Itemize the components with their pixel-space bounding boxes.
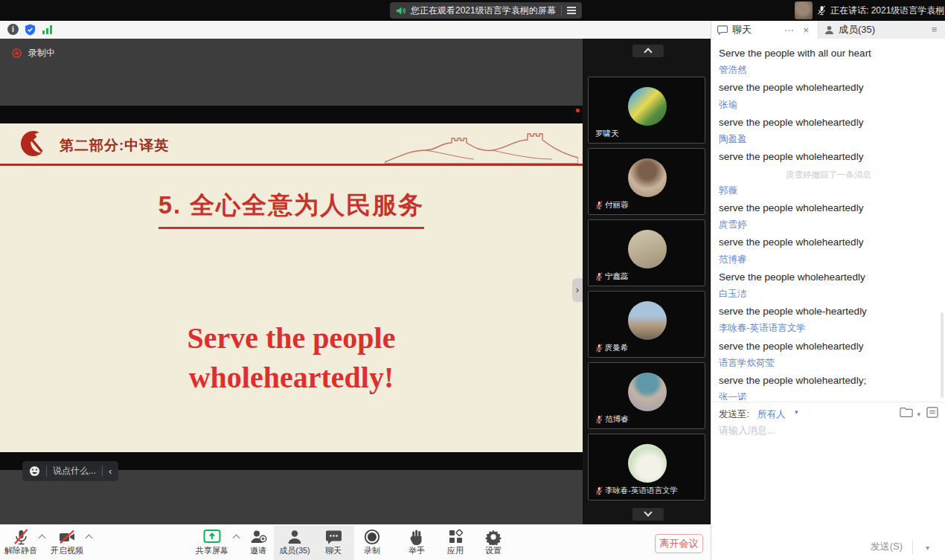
participant-tile[interactable]: 庹曼希 bbox=[588, 291, 705, 358]
close-icon[interactable]: × bbox=[803, 25, 809, 36]
file-transfer-icon[interactable] bbox=[900, 407, 913, 418]
record-button[interactable]: 录制 bbox=[351, 526, 393, 560]
chevron-up-icon bbox=[644, 48, 652, 56]
video-strip-collapse-handle[interactable]: › bbox=[572, 278, 583, 302]
chat-button[interactable]: 聊天 bbox=[313, 526, 354, 560]
tab-chat[interactable]: 聊天 ⋯ × bbox=[711, 21, 818, 39]
invite-icon bbox=[249, 529, 267, 545]
security-shield-icon[interactable] bbox=[25, 24, 36, 36]
video-strip: 罗啸天 付丽蓉 bbox=[583, 39, 711, 524]
strip-scroll-down-button[interactable] bbox=[632, 508, 664, 521]
raise-hand-label: 举手 bbox=[396, 545, 438, 556]
avatar bbox=[628, 158, 667, 197]
collapse-left-icon[interactable]: ‹ bbox=[109, 466, 112, 477]
settings-button[interactable]: 设置 bbox=[472, 526, 514, 560]
letterbox-top bbox=[0, 106, 583, 123]
unmute-label: 解除静音 bbox=[0, 545, 42, 556]
chat-line: 语言学炊荷莹 bbox=[719, 357, 938, 369]
members-label: 成员(35) bbox=[274, 545, 315, 556]
meeting-info-icon[interactable]: i bbox=[7, 24, 19, 35]
unmute-button[interactable]: 解除静音 bbox=[0, 526, 42, 560]
divider bbox=[561, 5, 562, 16]
invite-button[interactable]: 邀请 bbox=[237, 526, 279, 560]
chat-line: serve the people wholeheartedly bbox=[719, 150, 938, 164]
meeting-toolbar: i 43:06 演讲者视图 ▾ bbox=[0, 21, 711, 39]
screenshot-icon[interactable] bbox=[926, 407, 938, 418]
avatar bbox=[628, 301, 667, 340]
participant-name: 庹曼希 bbox=[605, 343, 629, 353]
danmaku-placeholder[interactable]: 说点什么... bbox=[53, 465, 96, 477]
network-signal-icon[interactable] bbox=[42, 25, 52, 34]
avatar bbox=[628, 87, 667, 126]
caret-down-icon[interactable]: ▾ bbox=[917, 411, 920, 418]
speaking-indicator: 正在讲话: 2021级语言学袁桐 bbox=[791, 0, 945, 21]
panel-menu-icon[interactable]: ≡ bbox=[923, 21, 945, 39]
shared-screen: 录制中 第二部分:中译英 5. 全心全意为人民服务 bbox=[0, 39, 583, 524]
screen-list-icon[interactable] bbox=[567, 7, 576, 14]
divider bbox=[102, 466, 103, 477]
raise-hand-button[interactable]: 举手 bbox=[396, 526, 438, 560]
settings-label: 设置 bbox=[472, 545, 514, 556]
chat-line: serve the people whole-heartedly bbox=[719, 305, 938, 318]
raise-hand-icon bbox=[409, 529, 424, 545]
participant-tile[interactable]: 付丽蓉 bbox=[588, 148, 705, 215]
chat-scrollbar[interactable] bbox=[941, 312, 944, 398]
start-video-label: 开启视频 bbox=[46, 545, 88, 556]
danmaku-input[interactable]: 说点什么... ‹ bbox=[22, 461, 118, 481]
strip-scroll-up-button[interactable] bbox=[632, 45, 664, 57]
speaker-avatar bbox=[795, 1, 813, 19]
mic-muted-icon bbox=[817, 5, 826, 16]
participant-name: 付丽蓉 bbox=[605, 200, 629, 210]
send-to-select[interactable]: 所有人 bbox=[757, 408, 786, 421]
participant-tile[interactable]: 李咏春-英语语言文学 bbox=[588, 434, 705, 501]
participant-tile[interactable]: 范博睿 bbox=[588, 362, 705, 429]
chat-message-input[interactable] bbox=[719, 425, 935, 436]
apps-button[interactable]: 应用 bbox=[435, 526, 476, 560]
red-dot bbox=[576, 109, 580, 112]
members-icon bbox=[286, 529, 303, 545]
chat-line: serve the people wholeheartedly; bbox=[719, 374, 938, 387]
send-to-label: 发送至: bbox=[719, 408, 749, 421]
divider bbox=[46, 466, 47, 477]
participant-nametag: 范博睿 bbox=[592, 413, 632, 425]
emoji-icon[interactable] bbox=[29, 466, 40, 477]
share-screen-button[interactable]: 共享屏幕 bbox=[191, 526, 233, 560]
participant-tile[interactable]: 罗啸天 bbox=[588, 77, 705, 144]
chat-line: 张一诺 bbox=[719, 391, 938, 400]
chat-panel: Serve the people with all our heart 管浩然 … bbox=[711, 39, 945, 560]
participant-nametag: 庹曼希 bbox=[592, 342, 632, 354]
tab-chat-label: 聊天 bbox=[732, 23, 752, 36]
mic-muted-icon bbox=[595, 272, 603, 281]
slide-header-band: 第二部分:中译英 bbox=[0, 123, 583, 166]
participant-nametag: 付丽蓉 bbox=[592, 199, 632, 211]
chat-footer: 发送至: 所有人 ▾ ▾ 发送(S) ▾ bbox=[711, 402, 945, 560]
watching-banner[interactable]: 您正在观看2021级语言学袁桐的屏幕 bbox=[390, 2, 582, 19]
slide-body-text: Serve the people wholeheartedly! bbox=[0, 318, 583, 397]
participant-nametag: 李咏春-英语语言文学 bbox=[592, 485, 682, 497]
mic-muted-icon bbox=[595, 486, 603, 495]
more-icon[interactable]: ⋯ bbox=[784, 25, 794, 36]
camera-muted-icon bbox=[58, 529, 76, 545]
speaking-text: 正在讲话: 2021级语言学袁桐 bbox=[830, 4, 944, 17]
tab-members[interactable]: 成员(35) bbox=[818, 21, 923, 39]
person-icon bbox=[824, 25, 834, 35]
top-bar: 您正在观看2021级语言学袁桐的屏幕 正在讲话: 2021级语言学袁桐 bbox=[0, 0, 945, 21]
participant-name: 宁鑫蕊 bbox=[605, 271, 629, 282]
chat-line: serve the people wholeheartedly bbox=[719, 236, 938, 249]
chat-icon bbox=[325, 529, 342, 545]
chat-line: serve the people wholeheartedly bbox=[719, 81, 938, 94]
start-video-button[interactable]: 开启视频 bbox=[46, 526, 88, 560]
slide-title: 5. 全心全意为人民服务 bbox=[158, 189, 425, 229]
participant-tile[interactable]: 宁鑫蕊 bbox=[588, 219, 705, 286]
chat-bubble-icon bbox=[717, 25, 728, 35]
slide-section-title: 第二部分:中译英 bbox=[60, 136, 169, 155]
send-button[interactable]: 发送(S) bbox=[871, 540, 903, 553]
apps-icon bbox=[448, 529, 464, 544]
participant-name: 范博睿 bbox=[605, 414, 629, 425]
mic-muted-icon bbox=[595, 201, 603, 210]
chat-messages: Serve the people with all our heart 管浩然 … bbox=[711, 39, 945, 400]
members-button[interactable]: 成员(35) bbox=[274, 526, 315, 560]
send-options-caret-icon[interactable]: ▾ bbox=[926, 544, 929, 552]
leave-meeting-button[interactable]: 离开会议 bbox=[655, 534, 703, 553]
chat-line: Serve the people wholeheartedly bbox=[719, 271, 938, 284]
